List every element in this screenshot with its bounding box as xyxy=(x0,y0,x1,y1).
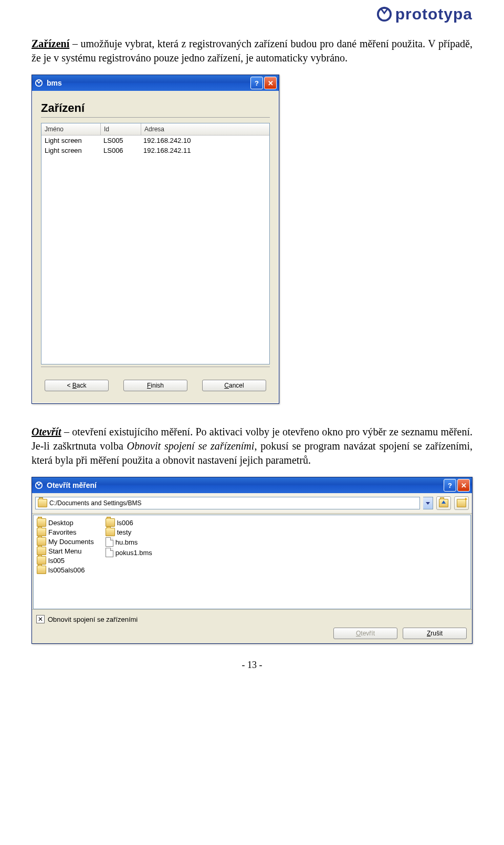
cancel-u: C xyxy=(224,382,229,389)
bms-app-icon xyxy=(34,78,44,88)
folder-icon xyxy=(37,518,46,527)
folder-icon xyxy=(37,537,46,546)
para1-lead: Zařízení xyxy=(32,38,69,49)
up-folder-icon xyxy=(439,499,448,507)
list-item[interactable]: hu.bms xyxy=(106,537,152,547)
open-title: Otevřít měření xyxy=(47,481,444,489)
path-text: C:/Documents and Settings/BMS xyxy=(49,499,417,507)
up-folder-button[interactable] xyxy=(436,496,451,510)
reconnect-checkbox[interactable]: ✕ xyxy=(36,615,45,623)
bms-titlebar[interactable]: bms ? ✕ xyxy=(32,75,279,91)
para2-ital: Obnovit spojení se zařízeními xyxy=(127,440,255,452)
bms-heading: Zařízení xyxy=(41,101,270,115)
open-titlebar[interactable]: Otevřít měření ? ✕ xyxy=(32,477,472,493)
finish-post: inish xyxy=(151,382,164,389)
list-item[interactable]: pokus1.bms xyxy=(106,548,152,557)
col-name[interactable]: Jméno xyxy=(41,123,101,135)
brand-name: prototypa xyxy=(395,5,472,23)
folder-icon xyxy=(37,556,46,565)
cell-id: LS006 xyxy=(100,145,140,155)
back-button[interactable]: < Back xyxy=(45,380,109,391)
open-path-toolbar: C:/Documents and Settings/BMS xyxy=(32,493,472,514)
dialog-bms: bms ? ✕ Zařízení Jméno Id Adresa Light s… xyxy=(32,75,279,404)
file-label: pokus1.bms xyxy=(116,549,152,557)
file-label: My Documents xyxy=(48,538,94,546)
cell-addr: 192.168.242.10 xyxy=(140,135,269,145)
cell-name: Light screen xyxy=(41,135,100,145)
list-item[interactable]: Desktop xyxy=(37,518,94,527)
brand-logo-block: prototypa xyxy=(376,5,472,23)
new-folder-icon xyxy=(457,499,466,507)
file-list-pane[interactable]: Desktop Favorites My Documents Start Men… xyxy=(33,515,471,609)
cancel-post: rušit xyxy=(430,630,443,637)
table-row[interactable]: Light screen LS005 192.168.242.10 xyxy=(41,135,269,145)
svg-point-1 xyxy=(383,7,385,9)
list-item[interactable]: Favorites xyxy=(37,528,94,536)
path-combo[interactable]: C:/Documents and Settings/BMS xyxy=(35,497,420,509)
file-label: hu.bms xyxy=(116,538,138,546)
file-label: Desktop xyxy=(48,519,74,527)
open-u: O xyxy=(356,630,361,637)
col-id[interactable]: Id xyxy=(101,123,141,135)
file-label: ls005als006 xyxy=(48,566,85,574)
para2-lead: Otevřít xyxy=(32,426,61,437)
folder-icon xyxy=(37,566,46,574)
folder-icon xyxy=(37,547,46,555)
bms-title: bms xyxy=(47,79,250,87)
back-pre: < xyxy=(67,382,72,389)
bms-divider xyxy=(41,117,270,118)
open-post: tevřít xyxy=(361,630,375,637)
bms-close-button[interactable]: ✕ xyxy=(264,77,277,89)
brand-logo-icon xyxy=(376,6,392,22)
folder-icon xyxy=(38,499,47,507)
open-help-button[interactable]: ? xyxy=(444,479,456,492)
file-column: Desktop Favorites My Documents Start Men… xyxy=(37,518,94,602)
back-post: ack xyxy=(77,382,87,389)
cell-id: LS005 xyxy=(100,135,140,145)
close-dialog-button[interactable]: Zrušit xyxy=(403,628,467,639)
paragraph-zarizeni: Zařízení – umožňuje vybrat, která z regi… xyxy=(32,37,472,65)
list-item[interactable]: My Documents xyxy=(37,537,94,546)
open-app-icon xyxy=(34,481,44,490)
list-item[interactable]: ls005 xyxy=(37,556,94,565)
page-number: - 13 - xyxy=(32,660,472,671)
back-u: B xyxy=(72,382,77,389)
cancel-post: ancel xyxy=(229,382,244,389)
file-label: ls006 xyxy=(117,519,133,527)
folder-icon xyxy=(106,528,115,536)
open-button[interactable]: Otevřít xyxy=(333,628,397,639)
folder-icon xyxy=(37,528,46,536)
file-label: Start Menu xyxy=(48,547,82,555)
paragraph-otevrit: Otevřít – otevření existujícího měření. … xyxy=(32,425,472,467)
list-item[interactable]: Start Menu xyxy=(37,547,94,555)
new-folder-button[interactable] xyxy=(454,496,469,510)
list-item[interactable]: ls005als006 xyxy=(37,566,94,574)
reconnect-label: Obnovit spojení se zařízeními xyxy=(48,616,138,623)
table-row[interactable]: Light screen LS006 192.168.242.11 xyxy=(41,145,269,155)
bms-divider-2 xyxy=(41,367,270,367)
listview-header: Jméno Id Adresa xyxy=(41,123,269,135)
cell-addr: 192.168.242.11 xyxy=(140,145,269,155)
finish-button[interactable]: Finish xyxy=(123,380,187,391)
list-item[interactable]: ls006 xyxy=(106,518,152,527)
open-close-button[interactable]: ✕ xyxy=(457,479,470,492)
file-column: ls006 testy hu.bms pokus1.bms xyxy=(106,518,152,602)
file-label: testy xyxy=(117,528,131,536)
file-label: ls005 xyxy=(48,557,65,565)
device-listview[interactable]: Jméno Id Adresa Light screen LS005 192.1… xyxy=(41,123,270,364)
col-addr[interactable]: Adresa xyxy=(141,123,269,135)
para1-rest: – umožňuje vybrat, která z registrovanýc… xyxy=(32,38,472,64)
folder-icon xyxy=(106,518,115,527)
cancel-button[interactable]: Cancel xyxy=(202,380,266,391)
file-icon xyxy=(106,548,113,557)
list-item[interactable]: testy xyxy=(106,528,152,536)
path-dropdown-button[interactable] xyxy=(423,497,433,509)
chevron-down-icon xyxy=(426,502,430,505)
bms-help-button[interactable]: ? xyxy=(250,77,263,89)
file-icon xyxy=(106,537,113,547)
file-label: Favorites xyxy=(48,528,76,536)
cell-name: Light screen xyxy=(41,145,100,155)
dialog-open-measurement: Otevřít měření ? ✕ C:/Documents and Sett… xyxy=(32,477,472,644)
